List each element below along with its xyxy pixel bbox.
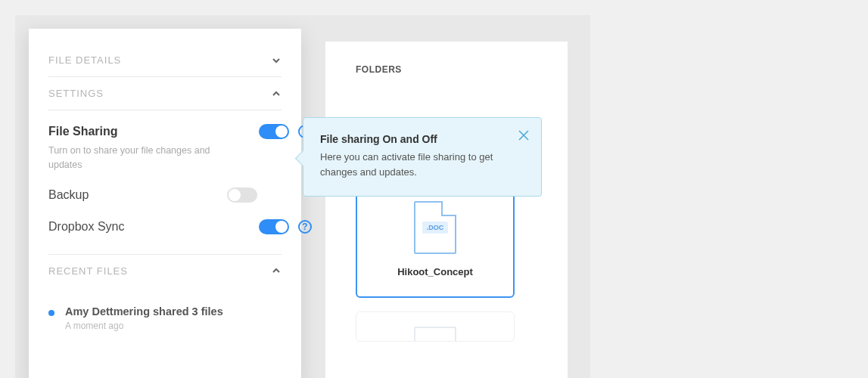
setting-backup: Backup bbox=[48, 187, 282, 203]
settings-body: File Sharing ? Turn on to share your fil… bbox=[48, 110, 282, 255]
content-panel: FOLDERS .DOC Hikoot_Concept bbox=[325, 42, 568, 378]
chevron-up-icon bbox=[271, 265, 282, 276]
toggle-file-sharing[interactable] bbox=[259, 124, 289, 139]
folder-name: Hikoot_Concept bbox=[397, 266, 473, 277]
activity-time: A moment ago bbox=[65, 321, 223, 331]
activity-dot-icon bbox=[48, 310, 54, 316]
setting-label: File Sharing bbox=[48, 125, 250, 138]
file-ext-badge: .DOC bbox=[422, 222, 449, 234]
tooltip-title: File sharing On and Off bbox=[320, 133, 524, 145]
chevron-down-icon bbox=[271, 55, 282, 66]
activity-item[interactable]: Amy Dettmering shared 3 files A moment a… bbox=[48, 305, 282, 331]
setting-label: Dropbox Sync bbox=[48, 220, 250, 234]
close-icon[interactable] bbox=[517, 129, 530, 142]
toggle-backup[interactable] bbox=[227, 187, 257, 203]
chevron-up-icon bbox=[271, 88, 282, 99]
setting-file-sharing: File Sharing ? bbox=[48, 124, 312, 139]
document-icon bbox=[414, 327, 456, 342]
sidebar-panel: FILE DETAILS SETTINGS File Sharing ? Tur… bbox=[29, 29, 301, 378]
setting-label: Backup bbox=[48, 188, 218, 202]
activity-text: Amy Dettmering shared 3 files bbox=[65, 305, 223, 318]
folder-card-selected[interactable]: .DOC Hikoot_Concept bbox=[356, 181, 515, 298]
section-file-details[interactable]: FILE DETAILS bbox=[48, 50, 282, 77]
setting-description: Turn on to share your file changes and u… bbox=[48, 144, 245, 172]
folder-card[interactable] bbox=[356, 311, 515, 342]
section-title: RECENT FILES bbox=[48, 265, 128, 277]
section-recent-files[interactable]: RECENT FILES bbox=[48, 255, 282, 287]
section-title: SETTINGS bbox=[48, 88, 104, 99]
folders-heading: FOLDERS bbox=[356, 64, 537, 75]
recent-files-body: Amy Dettmering shared 3 files A moment a… bbox=[48, 287, 282, 331]
tooltip-body: Here you can activate file sharing to ge… bbox=[320, 150, 502, 179]
toggle-dropbox-sync[interactable] bbox=[259, 219, 289, 234]
section-settings[interactable]: SETTINGS bbox=[48, 77, 282, 110]
document-icon: .DOC bbox=[414, 201, 456, 254]
section-title: FILE DETAILS bbox=[48, 54, 121, 66]
help-icon[interactable]: ? bbox=[298, 220, 312, 234]
help-tooltip: File sharing On and Off Here you can act… bbox=[303, 117, 542, 197]
setting-dropbox-sync: Dropbox Sync ? bbox=[48, 219, 312, 234]
